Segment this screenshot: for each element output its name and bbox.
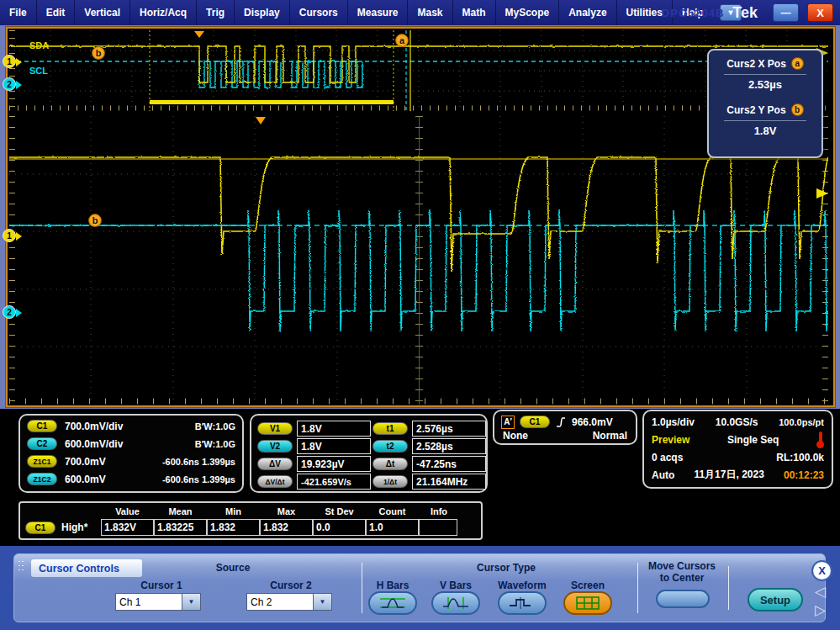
v2-badge: V2 <box>257 440 293 453</box>
move-cursors-button[interactable] <box>656 590 710 608</box>
trigger-a-label: A′ <box>501 416 515 429</box>
scope-display-area: SDA SCL 1 2 1 2 b a b Curs2 X Posa 2.53µ… <box>0 25 840 409</box>
waveform-button[interactable] <box>498 591 547 615</box>
cursor-a-badge-overview[interactable]: a <box>395 34 409 47</box>
cursor-position-readout[interactable]: Curs2 X Posa 2.53µs Curs2 Y Posb 1.8V <box>707 49 823 158</box>
tek-logo: Tek <box>732 4 758 22</box>
cursor1-source-value[interactable]: Ch 1 <box>115 593 182 611</box>
trigger-holdoff: None <box>503 430 528 444</box>
dt-badge: Δt <box>372 458 408 470</box>
z1c1-readout: Z1C1 700.0mV -600.6ns 1.399µs <box>20 453 242 470</box>
prev-panel-arrow[interactable]: ◁ <box>815 585 826 599</box>
z1c2-pos: -600.6ns 1.399µs <box>162 474 235 484</box>
divider <box>637 563 638 613</box>
meas-min: 1.832 <box>207 519 260 536</box>
panel-title: Cursor Controls <box>31 559 142 577</box>
c2-badge: C2 <box>27 437 57 450</box>
menu-horiz-acq[interactable]: Horiz/Acq <box>130 0 197 25</box>
menu-file[interactable]: File <box>0 0 37 25</box>
trigger-auto-mode: Auto <box>652 469 674 481</box>
curs2-y-title: Curs2 Y Pos <box>726 104 785 116</box>
cursor2-dropdown-button[interactable]: ▼ <box>314 593 332 611</box>
setup-button[interactable]: Setup <box>748 588 803 611</box>
menu-cursors[interactable]: Cursors <box>290 0 348 25</box>
readout-strip: C1 700.0mV/div B′W:1.0G C2 600.0mV/div B… <box>0 409 840 546</box>
c2-scale: 600.0mV/div <box>65 438 123 450</box>
meas-value: 1.832V <box>101 519 154 536</box>
z1c1-pos: -600.6ns 1.399µs <box>162 457 235 467</box>
menu-edit[interactable]: Edit <box>37 0 76 25</box>
menu-measure[interactable]: Measure <box>348 0 409 25</box>
col-value: Value <box>101 506 154 516</box>
vbars-icon <box>441 596 471 611</box>
cursor1-source-select[interactable]: Ch 1 ▼ <box>115 593 201 611</box>
close-button[interactable]: X <box>807 3 833 22</box>
vbars-button[interactable] <box>431 591 480 615</box>
menu-mask[interactable]: Mask <box>408 0 452 25</box>
cursor2-source-select[interactable]: Ch 2 ▼ <box>246 593 332 611</box>
control-panel-area: Cursor Controls Source Cursor 1 Ch 1 ▼ C… <box>0 546 840 630</box>
col-mean: Mean <box>154 506 207 516</box>
dvdt-badge: ΔV/Δt <box>257 475 293 488</box>
hbars-icon <box>378 596 408 611</box>
menu-myscope[interactable]: MyScope <box>496 0 560 25</box>
z1c1-scale: 700.0mV <box>65 456 106 468</box>
screen-button[interactable] <box>563 591 612 615</box>
menu-trig[interactable]: Trig <box>197 0 235 25</box>
horizontal-scale: 1.0µs/div <box>652 416 695 428</box>
thermometer-icon <box>816 431 824 448</box>
cursor1-label: Cursor 1 <box>124 580 199 591</box>
ch2-marker-main[interactable]: 2 <box>3 305 16 319</box>
meas-stdev: 0.0 <box>313 519 366 536</box>
record-length: RL:100.0k <box>776 452 824 463</box>
model-label: DPO5204B <box>662 7 724 19</box>
panel-close-button[interactable]: X <box>811 560 832 581</box>
menu-math[interactable]: Math <box>453 0 496 25</box>
cursor-a-badge: a <box>791 57 804 70</box>
date-label: 11月17日, 2023 <box>694 468 763 482</box>
menu-analyze[interactable]: Analyze <box>559 0 616 25</box>
measurement-row: C1 High* 1.832V 1.83225 1.832 1.832 0.0 … <box>22 518 479 537</box>
waveform-label: Waveform <box>489 580 556 591</box>
col-count: Count <box>366 506 419 516</box>
time-label: 00:12:23 <box>784 469 824 481</box>
cursor-b-badge-main[interactable]: b <box>88 214 102 227</box>
meas-info <box>419 519 457 536</box>
meas-mean: 1.83225 <box>154 519 207 536</box>
hbars-label: H Bars <box>359 580 426 591</box>
cursor-b-badge-overview[interactable]: b <box>92 46 105 60</box>
measurement-table: Value Mean Min Max St Dev Count Info C1 … <box>18 501 483 540</box>
cursor2-source-value[interactable]: Ch 2 <box>246 593 314 611</box>
cursor-measure-box: V11.8V V21.8V ΔV19.923µV ΔV/Δt-421.659V/… <box>250 414 488 493</box>
hbars-button[interactable] <box>368 591 417 615</box>
overview-graticule <box>9 30 828 111</box>
ch2-marker-overview[interactable]: 2 <box>3 77 16 91</box>
ch1-marker-overview[interactable]: 1 <box>3 55 16 68</box>
dt-value: -47.25ns <box>412 456 486 472</box>
acquisition-mode: Single Seq <box>689 434 816 446</box>
menu-vertical[interactable]: Vertical <box>75 0 130 25</box>
trigger-source-badge: C1 <box>520 416 550 428</box>
meas-count: 1.0 <box>366 519 419 536</box>
cursor1-dropdown-button[interactable]: ▼ <box>182 593 201 611</box>
menu-display[interactable]: Display <box>235 0 290 25</box>
horizontal-readout-box: 1.0µs/div 10.0GS/s 100.0ps/pt Preview Si… <box>642 410 833 489</box>
c1-readout: C1 700.0mV/div B′W:1.0G <box>20 417 242 435</box>
t2-value: 2.528µs <box>412 438 486 454</box>
next-panel-arrow[interactable]: ▷ <box>815 603 826 617</box>
v1-value: 1.8V <box>297 421 371 437</box>
minimize-button[interactable]: — <box>773 3 799 22</box>
z1c1-badge: Z1C1 <box>27 455 57 468</box>
waveform-icon <box>507 596 537 611</box>
move-cursors-label-2: to Center <box>640 572 724 584</box>
zoom-region-bar[interactable] <box>150 100 394 104</box>
move-cursors-label-1: Move Cursors <box>640 560 724 572</box>
z1c2-badge: Z1C2 <box>27 473 57 485</box>
invdt-value: 21.164MHz <box>412 474 486 490</box>
t1-badge: t1 <box>372 422 408 435</box>
ch1-marker-main[interactable]: 1 <box>3 229 16 242</box>
panel-grip[interactable] <box>18 559 24 573</box>
cursor-type-label: Cursor Type <box>452 562 561 574</box>
z1c2-readout: Z1C2 600.0mV -600.6ns 1.399µs <box>20 470 242 488</box>
dv-value: 19.923µV <box>297 456 371 472</box>
